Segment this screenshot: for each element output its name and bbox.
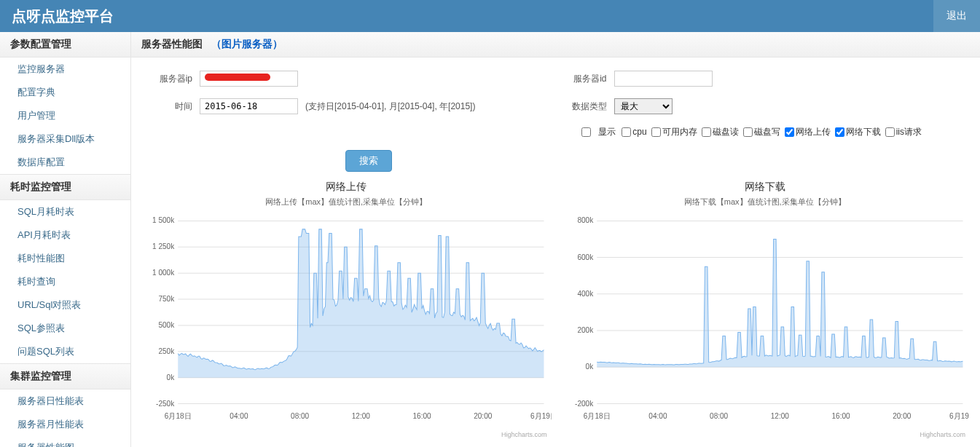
time-label: 时间: [141, 100, 200, 113]
time-hint: (支持日[2015-04-01], 月[2015-04], 年[2015]): [305, 100, 475, 113]
svg-text:16:00: 16:00: [831, 412, 850, 420]
metric-checkbox[interactable]: [622, 127, 631, 137]
server-id-input[interactable]: [614, 71, 713, 87]
sidebar-item[interactable]: 耗时性能图: [0, 247, 130, 270]
chart-svg: -250k0k250k500k750k1 000k1 250k1 500k6月1…: [141, 210, 552, 429]
svg-text:0k: 0k: [585, 363, 594, 371]
svg-text:12:00: 12:00: [770, 412, 789, 420]
svg-text:04:00: 04:00: [230, 412, 248, 420]
metric-option[interactable]: 网络上传: [785, 127, 831, 137]
page-title: 服务器性能图: [141, 38, 203, 50]
chart-title: 网络上传: [141, 181, 552, 194]
display-label: 显示: [598, 126, 616, 138]
svg-text:08:00: 08:00: [710, 412, 729, 420]
chart-box: 网络下载 网络下载【max】值统计图,采集单位【分钟】 -200k0k200k4…: [560, 181, 971, 438]
svg-text:08:00: 08:00: [291, 412, 310, 420]
metric-option[interactable]: 磁盘读: [702, 127, 739, 137]
metric-checkbox[interactable]: [702, 127, 711, 137]
sidebar-item[interactable]: 服务器月性能表: [0, 413, 130, 436]
sidebar-section-head[interactable]: 耗时监控管理: [0, 174, 130, 200]
svg-text:16:00: 16:00: [412, 412, 431, 420]
svg-text:500k: 500k: [158, 321, 175, 329]
metric-option[interactable]: iis请求: [885, 127, 922, 137]
sidebar-item[interactable]: SQL参照表: [0, 317, 130, 340]
metric-option[interactable]: 磁盘写: [743, 127, 780, 137]
metric-checkbox[interactable]: [785, 127, 794, 137]
svg-text:-200k: -200k: [575, 400, 594, 408]
svg-text:-250k: -250k: [156, 400, 175, 408]
chart-box: 网络上传 网络上传【max】值统计图,采集单位【分钟】 -250k0k250k5…: [141, 181, 552, 438]
app-title: 点呀点监控平台: [12, 7, 114, 26]
svg-text:6月18日: 6月18日: [165, 412, 192, 420]
chart-svg: -200k0k200k400k600k800k6月18日04:0008:0012…: [560, 210, 971, 429]
page-title-bar: 服务器性能图 （图片服务器）: [131, 32, 980, 58]
sidebar-section-head[interactable]: 参数配置管理: [0, 32, 130, 58]
sidebar-item[interactable]: 服务器日性能表: [0, 389, 130, 413]
metric-option[interactable]: 网络下载: [835, 127, 881, 137]
chart-title: 网络下载: [560, 181, 971, 194]
sidebar-section-head[interactable]: 集群监控管理: [0, 363, 130, 389]
svg-text:800k: 800k: [577, 216, 594, 224]
chart-subtitle: 网络下载【max】值统计图,采集单位【分钟】: [560, 197, 971, 207]
show-checkbox-top[interactable]: [581, 127, 591, 137]
svg-text:0k: 0k: [167, 373, 176, 381]
svg-text:1 000k: 1 000k: [152, 269, 175, 277]
chart-credit: Highcharts.com: [141, 431, 552, 438]
server-ip-label: 服务器ip: [141, 73, 200, 85]
time-input[interactable]: [200, 98, 298, 114]
chart-subtitle: 网络上传【max】值统计图,采集单位【分钟】: [141, 197, 552, 207]
search-button[interactable]: 搜索: [345, 150, 392, 172]
metrics-row: 显示 cpu可用内存磁盘读磁盘写网络上传网络下载iis请求: [141, 126, 970, 138]
metric-checkbox[interactable]: [743, 127, 753, 137]
sidebar-item[interactable]: URL/Sql对照表: [0, 293, 130, 317]
sidebar-item[interactable]: 配置字典: [0, 81, 130, 104]
metric-checkbox[interactable]: [651, 127, 661, 137]
sidebar-item[interactable]: 服务器采集Dll版本: [0, 127, 130, 151]
svg-text:04:00: 04:00: [648, 412, 667, 420]
sidebar-item[interactable]: 服务器性能图: [0, 436, 130, 447]
svg-text:1 250k: 1 250k: [152, 242, 175, 250]
sidebar: 参数配置管理监控服务器配置字典用户管理服务器采集Dll版本数据库配置耗时监控管理…: [0, 32, 131, 447]
svg-text:6月18日: 6月18日: [583, 412, 610, 420]
metric-checkbox[interactable]: [885, 127, 895, 137]
svg-text:12:00: 12:00: [352, 412, 371, 420]
svg-text:200k: 200k: [577, 326, 594, 334]
logout-button[interactable]: 退出: [933, 0, 980, 33]
svg-text:1 500k: 1 500k: [152, 216, 175, 224]
sidebar-item[interactable]: 用户管理: [0, 104, 130, 127]
svg-text:20:00: 20:00: [474, 412, 493, 420]
sidebar-item[interactable]: 耗时查询: [0, 270, 130, 293]
metric-checkbox[interactable]: [835, 127, 844, 137]
svg-text:6月19日: 6月19日: [949, 412, 970, 420]
server-id-label: 服务器id: [556, 73, 614, 85]
data-type-label: 数据类型: [556, 100, 614, 113]
main-content: 服务器性能图 （图片服务器） 服务器ip 时间 (支持日[2015-04-01]…: [131, 32, 980, 447]
data-type-select[interactable]: 最大: [614, 98, 673, 114]
metric-option[interactable]: 可用内存: [651, 127, 697, 137]
svg-text:400k: 400k: [577, 290, 594, 298]
svg-text:6月19日: 6月19日: [530, 412, 551, 420]
svg-text:20:00: 20:00: [893, 412, 912, 420]
server-ip-value-redacted: [205, 74, 270, 81]
sidebar-item[interactable]: 问题SQL列表: [0, 340, 130, 363]
sidebar-item[interactable]: 监控服务器: [0, 58, 130, 81]
header: 点呀点监控平台 退出: [0, 0, 980, 32]
metric-option[interactable]: cpu: [622, 127, 646, 137]
svg-text:750k: 750k: [158, 295, 175, 303]
page-subtitle: （图片服务器）: [211, 38, 283, 50]
svg-text:600k: 600k: [577, 253, 594, 261]
sidebar-item[interactable]: 数据库配置: [0, 151, 130, 174]
svg-text:250k: 250k: [158, 347, 175, 355]
chart-credit: Highcharts.com: [560, 431, 971, 438]
sidebar-item[interactable]: API月耗时表: [0, 224, 130, 247]
sidebar-item[interactable]: SQL月耗时表: [0, 200, 130, 224]
